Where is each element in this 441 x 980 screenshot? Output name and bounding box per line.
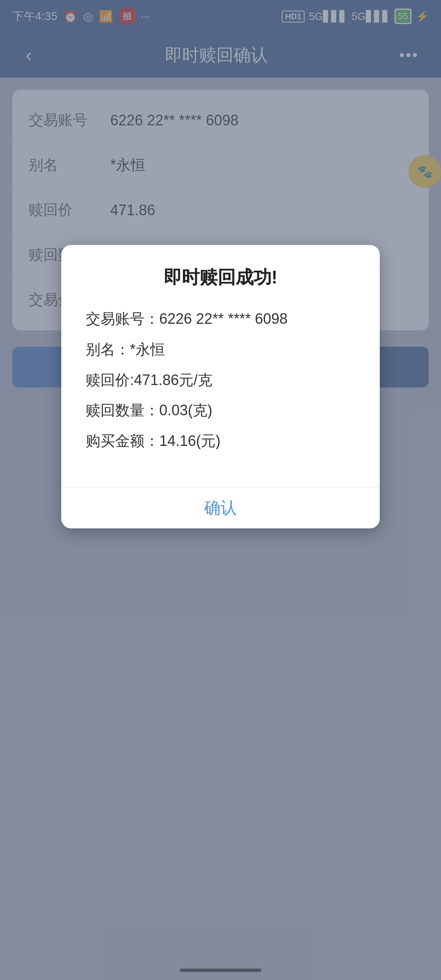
confirm-button[interactable]: 确认 [61, 488, 380, 528]
dialog-price: 赎回价:471.86元/克 [86, 367, 355, 394]
dialog-account: 交易账号：6226 22** **** 6098 [86, 306, 355, 332]
success-dialog: 即时赎回成功! 交易账号：6226 22** **** 6098 别名：*永恒 … [61, 245, 380, 528]
dialog-alias: 别名：*永恒 [86, 336, 355, 363]
dialog-body: 即时赎回成功! 交易账号：6226 22** **** 6098 别名：*永恒 … [61, 245, 380, 475]
dialog-amount: 购买金额：14.16(元) [86, 428, 355, 454]
modal-overlay: 即时赎回成功! 交易账号：6226 22** **** 6098 别名：*永恒 … [0, 0, 441, 980]
dialog-title: 即时赎回成功! [86, 265, 355, 290]
dialog-quantity: 赎回数量：0.03(克) [86, 397, 355, 424]
